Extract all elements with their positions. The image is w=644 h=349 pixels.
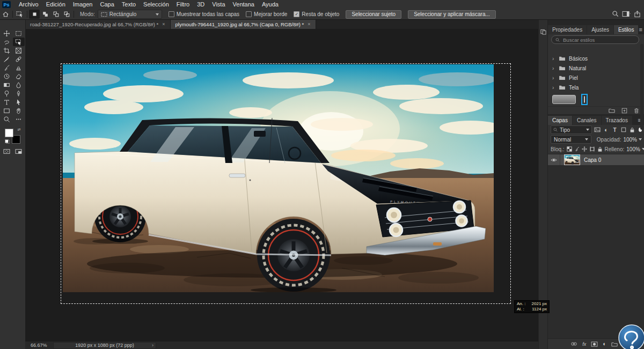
tool-edit-toolbar[interactable] [13,115,25,123]
tool-lasso[interactable] [1,38,13,46]
tool-move[interactable] [1,29,13,38]
tool-spot-healing[interactable] [13,55,25,63]
shape-filter-icon[interactable] [620,126,627,134]
menu-capa[interactable]: Capa [96,0,118,9]
menu-ayuda[interactable]: Ayuda [258,0,282,9]
lock-all-icon[interactable] [597,145,603,153]
doc-tab-road[interactable]: road-381227_1920-Recuperado.jpg al 66,7%… [25,19,171,29]
chevron-right-icon[interactable]: › [152,343,153,348]
canvas-area[interactable]: An. :2021 px Al. :1124 px [25,29,538,341]
document-info-field[interactable]: 1920 px x 1080 px (72 ppp) › [53,342,156,349]
tab-propiedades[interactable]: Propiedades [548,25,587,34]
lock-paint-icon[interactable] [574,145,580,153]
tool-object-selection[interactable] [13,38,25,46]
select-subject-button[interactable]: Seleccionar sujeto [346,10,401,19]
tool-rectangular-marquee[interactable] [13,29,25,38]
fx-icon[interactable]: fx [582,341,586,347]
select-and-mask-button[interactable]: Seleccionar y aplicar máscara... [408,10,496,19]
zoom-level-field[interactable]: 66.67% [31,343,53,348]
layer-thumbnail[interactable] [564,154,580,165]
tab-estilos[interactable]: Estilos [614,25,638,34]
doc-tab-plymouth[interactable]: plymouth-796441_1920.jpg al 66,7% (Capa … [171,19,316,29]
fill-value[interactable]: 100% [626,146,644,152]
blend-mode-select[interactable]: Normal [551,135,591,144]
style-folder-basicos[interactable]: › Básicos [548,54,644,63]
tool-history-brush[interactable] [1,72,13,80]
tool-eraser[interactable] [13,72,25,80]
tool-dodge[interactable] [1,89,13,98]
menu-3d[interactable]: 3D [193,0,208,9]
tool-hand[interactable] [13,106,25,115]
adjustment-filter-icon[interactable]: ◐ [603,126,609,134]
mask-icon[interactable] [591,341,598,347]
screen-mode-button[interactable] [13,147,25,155]
layer-visibility-toggle[interactable] [548,154,560,165]
tool-rectangle[interactable] [1,106,13,115]
share-icon[interactable] [634,10,641,19]
intersect-selection-icon[interactable] [61,10,72,19]
lock-transparency-icon[interactable] [567,145,572,153]
type-filter-icon[interactable]: T [611,126,618,134]
tool-clone-stamp[interactable] [13,63,25,72]
tool-blur[interactable] [13,80,25,89]
workspace-icon[interactable] [622,11,631,18]
panel-menu-icon[interactable]: ≡ [639,26,644,34]
tab-ajustes[interactable]: Ajustes [587,25,613,34]
photoshop-logo[interactable]: Ps [2,1,11,8]
tool-zoom[interactable] [1,115,13,123]
selection-marching-ants[interactable] [61,63,511,304]
mode-select[interactable]: Rectángulo [98,10,162,19]
home-icon[interactable] [0,10,11,19]
styles-search-input[interactable] [551,35,639,44]
style-folder-natural[interactable]: › Natural [548,63,644,73]
foreground-color[interactable] [5,129,13,137]
lock-move-icon[interactable] [582,145,587,153]
link-icon[interactable] [570,341,577,346]
swap-colors-icon[interactable]: ⇄ [18,128,21,132]
adjustment-icon[interactable]: ◐ [603,341,606,347]
tab-capas[interactable]: Capas [548,116,572,125]
tool-frame[interactable] [13,46,25,55]
style-swatch-selected[interactable] [581,94,588,105]
menu-filtro[interactable]: Filtro [173,0,193,9]
tab-canales[interactable]: Canales [573,116,601,125]
menu-edicion[interactable]: Edición [42,0,69,9]
expand-panels-icon[interactable] [540,29,546,35]
default-colors-icon[interactable] [5,139,10,144]
opacity-value[interactable]: 100% [623,137,642,143]
subtract-selection-icon[interactable] [50,10,61,19]
close-icon[interactable]: × [308,21,310,27]
tab-trazados[interactable]: Trazados [602,116,632,125]
layer-name[interactable]: Capa 0 [584,157,601,163]
style-swatch-1[interactable] [552,95,576,104]
new-style-icon[interactable] [621,108,627,114]
menu-ventana[interactable]: Ventana [229,0,258,9]
style-folder-tela[interactable]: › Tela [548,83,644,92]
search-icon[interactable] [612,10,619,18]
tool-gradient[interactable] [1,80,13,89]
filter-type-select[interactable]: Tipo [551,125,592,134]
trash-icon[interactable] [634,108,639,114]
sample-all-layers-checkbox[interactable]: Muestrear todas las capas [169,11,239,17]
tool-type[interactable] [1,98,13,106]
tool-preset-icon[interactable] [14,10,25,19]
menu-texto[interactable]: Texto [118,0,140,9]
tool-path-selection[interactable] [13,98,25,106]
quick-mask-button[interactable] [1,147,13,155]
new-selection-icon[interactable] [29,10,40,19]
add-selection-icon[interactable] [40,10,50,19]
pixel-filter-icon[interactable] [594,126,601,134]
menu-vista[interactable]: Vista [208,0,229,9]
style-folder-piel[interactable]: › Piel [548,73,644,83]
new-group-icon[interactable] [609,108,615,113]
smartobject-filter-icon[interactable] [629,126,635,134]
lock-artboard-icon[interactable] [589,145,595,153]
tool-crop[interactable] [1,46,13,55]
tool-pen[interactable] [13,89,25,98]
menu-archivo[interactable]: Archivo [15,0,42,9]
menu-seleccion[interactable]: Selección [140,0,173,9]
enhance-edge-checkbox[interactable]: Mejorar borde [246,11,287,17]
tool-eyedropper[interactable] [1,55,13,63]
layer-row-capa0[interactable]: Capa 0 [548,154,644,165]
close-icon[interactable]: × [162,21,165,27]
